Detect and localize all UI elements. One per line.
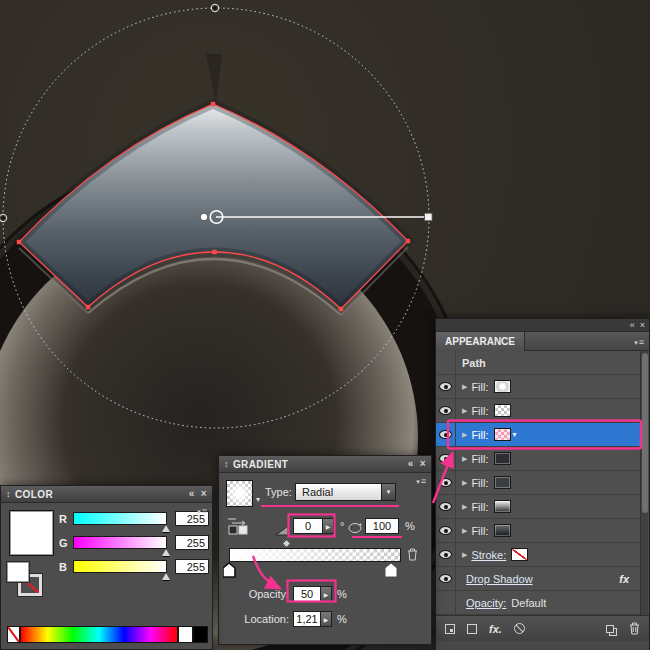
panel-menu-icon[interactable]: ▾≡ <box>416 476 426 486</box>
blue-slider[interactable] <box>73 560 167 573</box>
new-art-maintains-appearance-icon[interactable] <box>445 624 455 634</box>
collapse-to-icons-icon[interactable]: « <box>408 459 414 469</box>
annotator-end-stop[interactable] <box>425 213 433 221</box>
disclosure-triangle-icon[interactable]: ▶ <box>462 503 467 511</box>
visibility-eye-icon[interactable] <box>439 550 452 559</box>
appearance-row-fill-4[interactable]: ▶ Fill: <box>436 447 641 471</box>
visibility-eye-icon[interactable] <box>439 430 452 439</box>
panel-menu-icon[interactable]: ▾≡ <box>197 506 207 516</box>
red-channel-row: R 255 <box>59 511 209 526</box>
fill-swatch[interactable] <box>494 428 511 441</box>
fill-swatch[interactable] <box>494 404 511 417</box>
appearance-row-path[interactable]: Path <box>436 351 641 375</box>
appearance-row-fill-6[interactable]: ▶ Fill: <box>436 495 641 519</box>
blue-slider-thumb[interactable] <box>162 573 170 580</box>
appearance-row-fill-7[interactable]: ▶ Fill: <box>436 519 641 543</box>
fill-swatch[interactable] <box>494 452 511 465</box>
fill-proxy[interactable] <box>6 561 30 583</box>
stroke-link[interactable]: Stroke: <box>471 549 506 561</box>
appearance-scrollbar[interactable] <box>640 351 648 615</box>
location-stepper-icon[interactable]: ▶ <box>321 611 332 627</box>
close-panel-icon[interactable]: × <box>201 489 207 499</box>
visibility-eye-icon[interactable] <box>439 382 452 391</box>
panel-cycle-icon[interactable]: ↕ <box>224 459 229 469</box>
fill-swatch[interactable] <box>494 524 511 537</box>
reverse-gradient-icon[interactable] <box>228 518 250 542</box>
disclosure-triangle-icon[interactable]: ▶ <box>462 455 467 463</box>
tab-appearance[interactable]: APPEARANCE <box>436 332 525 351</box>
disclosure-triangle-icon[interactable]: ▶ <box>462 527 467 535</box>
collapse-to-icons-icon[interactable]: « <box>630 321 635 330</box>
collapse-to-icons-icon[interactable]: « <box>189 489 195 499</box>
disclosure-triangle-icon[interactable]: ▶ <box>462 431 467 439</box>
delete-item-icon[interactable] <box>629 622 640 635</box>
duplicate-item-icon[interactable] <box>606 625 614 633</box>
disclosure-triangle-icon[interactable]: ▶ <box>462 407 467 415</box>
angle-input[interactable]: 0 <box>293 518 323 534</box>
fill-swatch[interactable] <box>494 500 511 513</box>
appearance-row-opacity[interactable]: Opacity: Default <box>436 591 641 615</box>
white-swatch[interactable] <box>178 626 193 643</box>
swatch-dropdown-icon[interactable]: ▾ <box>513 430 517 439</box>
panel-resize-grip[interactable] <box>436 641 649 650</box>
black-swatch[interactable] <box>193 626 208 643</box>
appearance-row-fill-5[interactable]: ▶ Fill: <box>436 471 641 495</box>
close-panel-icon[interactable]: × <box>640 321 645 330</box>
opacity-stepper-icon[interactable]: ▶ <box>321 586 332 602</box>
appearance-row-drop-shadow[interactable]: Drop Shadow fx <box>436 567 641 591</box>
stop-opacity-control: 50 ▶ <box>293 586 332 602</box>
gradient-preset-dropdown-icon[interactable]: ▾ <box>256 495 260 504</box>
add-new-effect-icon[interactable]: fx. <box>489 623 502 635</box>
clear-appearance-icon[interactable] <box>514 623 525 634</box>
color-spectrum-bar[interactable] <box>20 626 178 643</box>
appearance-row-fill-selected[interactable]: ▶ Fill: ▾ <box>436 423 641 447</box>
fill-label: Fill: <box>471 429 488 441</box>
red-slider-thumb[interactable] <box>162 525 170 532</box>
disclosure-triangle-icon[interactable]: ▶ <box>462 551 467 559</box>
gradient-stop-right[interactable] <box>385 563 397 577</box>
green-channel-label: G <box>59 537 69 549</box>
gradient-ramp[interactable] <box>229 548 401 562</box>
close-panel-icon[interactable]: × <box>420 459 426 469</box>
visibility-eye-icon[interactable] <box>439 454 452 463</box>
stroke-swatch[interactable] <box>511 548 528 561</box>
fill-swatch[interactable] <box>494 476 511 489</box>
new-art-basic-appearance-icon[interactable] <box>467 624 477 634</box>
appearance-row-fill-2[interactable]: ▶ Fill: <box>436 399 641 423</box>
blue-value-input[interactable]: 255 <box>175 559 209 574</box>
panel-menu-icon[interactable]: ▾≡ <box>634 337 644 347</box>
gradient-midpoint-slider[interactable] <box>282 539 292 549</box>
visibility-eye-icon[interactable] <box>439 406 452 415</box>
chevron-down-icon[interactable]: ▾ <box>381 483 396 501</box>
visibility-eye-icon[interactable] <box>439 526 452 535</box>
scrollbar-thumb[interactable] <box>642 353 648 513</box>
stop-location-label: Location: <box>235 613 289 625</box>
green-value-input[interactable]: 255 <box>175 535 209 550</box>
visibility-eye-icon[interactable] <box>439 502 452 511</box>
panel-cycle-icon[interactable]: ↕ <box>6 489 11 499</box>
green-slider-thumb[interactable] <box>162 549 170 556</box>
angle-icon <box>275 522 289 540</box>
fill-swatch[interactable] <box>494 380 511 393</box>
visibility-eye-icon[interactable] <box>439 478 452 487</box>
none-swatch[interactable] <box>7 626 20 643</box>
angle-stepper-icon[interactable]: ▶ <box>323 518 334 534</box>
current-color-swatch[interactable] <box>9 510 54 556</box>
green-slider[interactable] <box>73 536 167 549</box>
disclosure-triangle-icon[interactable]: ▶ <box>462 479 467 487</box>
stop-location-input[interactable]: 1,21 <box>293 611 321 627</box>
stop-opacity-input[interactable]: 50 <box>293 586 321 602</box>
drop-shadow-link[interactable]: Drop Shadow <box>466 573 533 585</box>
appearance-row-fill-1[interactable]: ▶ Fill: <box>436 375 641 399</box>
gradient-type-select[interactable]: Radial ▾ <box>295 483 396 501</box>
annotator-origin-stop[interactable] <box>200 213 208 221</box>
gradient-fill-thumbnail[interactable] <box>226 480 253 507</box>
opacity-link[interactable]: Opacity: <box>466 597 506 609</box>
red-slider[interactable] <box>73 512 167 525</box>
gradient-stop-left[interactable] <box>223 563 235 577</box>
disclosure-triangle-icon[interactable]: ▶ <box>462 383 467 391</box>
delete-stop-trash-icon[interactable] <box>407 547 418 565</box>
visibility-eye-icon[interactable] <box>439 574 452 583</box>
appearance-row-stroke[interactable]: ▶ Stroke: <box>436 543 641 567</box>
aspect-ratio-input[interactable]: 100 <box>365 518 399 534</box>
